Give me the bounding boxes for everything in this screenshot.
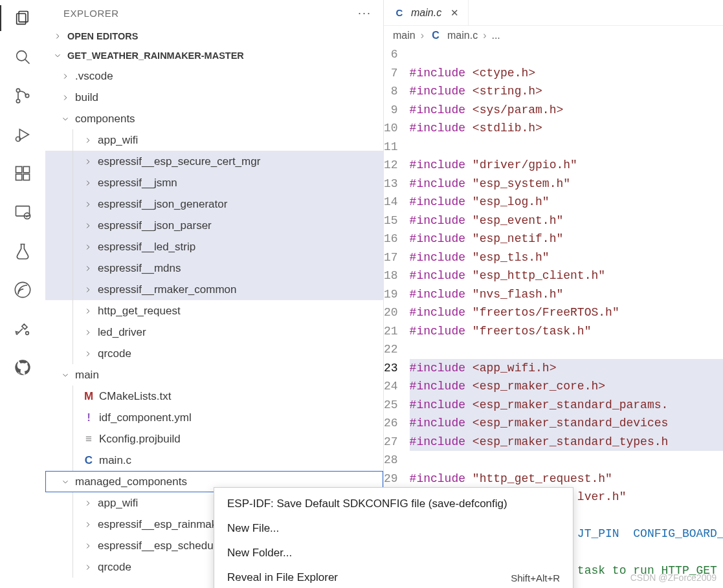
svg-rect-9	[16, 167, 22, 173]
tree-folder[interactable]: espressif__esp_secure_cert_mgr	[45, 151, 383, 172]
tree-item-label: espressif__esp_rainmak	[98, 518, 217, 531]
chevron-right-icon	[82, 241, 94, 253]
tree-item-label: Kconfig.projbuild	[99, 433, 181, 446]
breadcrumb-seg[interactable]: main.c	[447, 30, 478, 41]
chevron-down-icon	[52, 50, 63, 61]
chevron-right-icon	[82, 305, 94, 317]
chevron-right-icon	[82, 199, 94, 210]
tree-item-label: components	[75, 113, 135, 125]
tree-folder[interactable]: espressif__json_generator	[45, 193, 383, 215]
testing-icon[interactable]	[12, 241, 33, 261]
tree-file[interactable]: !idf_component.yml	[45, 407, 383, 428]
tree-folder[interactable]: build	[45, 87, 383, 108]
workspace-section[interactable]: GET_WEATHER_RAINMAKER-MASTER	[45, 46, 383, 65]
svg-marker-7	[19, 129, 28, 140]
chevron-right-icon	[82, 519, 94, 530]
svg-line-3	[25, 60, 29, 63]
context-menu-item[interactable]: ESP-IDF: Save Default SDKCONFIG file (sa…	[214, 492, 573, 516]
tree-item-label: qrcode	[98, 561, 131, 574]
tree-folder[interactable]: espressif__mdns	[45, 257, 383, 279]
activity-bar	[0, 0, 45, 588]
tree-file[interactable]: MCMakeLists.txt	[45, 386, 383, 407]
c-file-icon: C	[429, 30, 442, 41]
tree-folder[interactable]: .vscode	[45, 65, 383, 87]
remote-icon[interactable]	[12, 202, 33, 223]
context-menu: ESP-IDF: Save Default SDKCONFIG file (sa…	[214, 487, 573, 588]
tree-item-label: led_driver	[98, 326, 146, 339]
tree-folder[interactable]: espressif__rmaker_common	[45, 279, 383, 300]
tree-folder[interactable]: espressif__led_strip	[45, 236, 383, 257]
chevron-down-icon	[60, 369, 71, 381]
svg-point-15	[15, 282, 30, 297]
chevron-down-icon	[60, 476, 71, 488]
tree-item-label: espressif__json_generator	[98, 198, 227, 211]
breadcrumb-seg[interactable]: main	[393, 30, 416, 41]
chevron-right-icon	[82, 156, 94, 168]
chevron-right-icon	[60, 71, 71, 82]
tree-item-label: main.c	[99, 454, 131, 467]
tools-icon[interactable]	[12, 318, 33, 339]
watermark: CSDN @ZForce2009	[630, 572, 717, 583]
tree-folder[interactable]: main	[45, 364, 383, 386]
chevron-right-icon	[82, 135, 94, 146]
extensions-icon[interactable]	[12, 163, 33, 184]
editor-tabs: C main.c ✕	[384, 0, 723, 26]
tree-folder[interactable]: app_wifi	[45, 129, 383, 151]
chevron-right-icon	[82, 220, 94, 232]
tree-folder[interactable]: espressif__jsmn	[45, 172, 383, 193]
chevron-right-icon	[82, 497, 94, 509]
github-icon[interactable]	[12, 357, 33, 378]
tab-title: main.c	[411, 7, 441, 19]
chevron-right-icon	[82, 284, 94, 296]
chevron-right-icon	[82, 263, 94, 274]
tab-main-c[interactable]: C main.c ✕	[384, 0, 469, 25]
tree-item-label: app_wifi	[98, 134, 138, 147]
chevron-right-icon	[82, 177, 94, 189]
files-icon[interactable]	[12, 8, 33, 28]
breadcrumb-seg[interactable]: ...	[491, 30, 500, 41]
tree-item-label: managed_components	[75, 475, 187, 488]
tree-folder[interactable]: led_driver	[45, 321, 383, 343]
chevron-right-icon	[82, 327, 94, 338]
tree-item-label: http_get_request	[98, 305, 181, 318]
chevron-down-icon	[60, 113, 71, 125]
more-icon[interactable]: ···	[358, 6, 372, 20]
open-editors-label: OPEN EDITORS	[67, 31, 138, 41]
open-editors-section[interactable]: OPEN EDITORS	[45, 27, 383, 46]
tree-item-label: .vscode	[75, 70, 113, 83]
tree-folder[interactable]: espressif__json_parser	[45, 215, 383, 236]
file-type-icon: ≡	[82, 433, 95, 446]
search-icon[interactable]	[12, 47, 33, 67]
tree-folder[interactable]: qrcode	[45, 343, 383, 364]
tree-folder[interactable]: components	[45, 108, 383, 129]
svg-rect-12	[23, 167, 29, 173]
tree-file[interactable]: Cmain.c	[45, 450, 383, 471]
tree-file[interactable]: ≡Kconfig.projbuild	[45, 428, 383, 450]
context-menu-item[interactable]: Reveal in File ExplorerShift+Alt+R	[214, 565, 573, 588]
tree-item-label: espressif__rmaker_common	[98, 283, 236, 296]
context-menu-item[interactable]: New File...	[214, 516, 573, 541]
context-menu-shortcut: Shift+Alt+R	[511, 572, 560, 583]
context-menu-label: New Folder...	[227, 547, 292, 560]
source-control-icon[interactable]	[12, 85, 33, 106]
close-icon[interactable]: ✕	[450, 7, 459, 19]
breadcrumbs[interactable]: main › C main.c › ...	[384, 26, 723, 45]
context-menu-item[interactable]: New Folder...	[214, 541, 573, 565]
file-type-icon: !	[82, 411, 95, 424]
explorer-title: EXPLORER	[63, 8, 119, 19]
espressif-icon[interactable]	[12, 279, 33, 300]
svg-point-16	[26, 332, 29, 335]
tree-item-label: espressif__led_strip	[98, 241, 195, 254]
chevron-right-icon: ›	[483, 30, 486, 41]
chevron-right-icon	[82, 540, 94, 552]
svg-point-2	[17, 51, 27, 61]
chevron-right-icon	[82, 348, 94, 360]
tree-item-label: espressif__json_parser	[98, 219, 212, 232]
file-type-icon: C	[82, 454, 95, 467]
run-debug-icon[interactable]	[12, 124, 33, 145]
tree-item-label: CMakeLists.txt	[99, 390, 171, 403]
context-menu-label: Reveal in File Explorer	[227, 571, 338, 584]
tree-folder[interactable]: http_get_request	[45, 300, 383, 321]
tree-item-label: build	[75, 91, 98, 104]
svg-rect-11	[23, 174, 29, 180]
